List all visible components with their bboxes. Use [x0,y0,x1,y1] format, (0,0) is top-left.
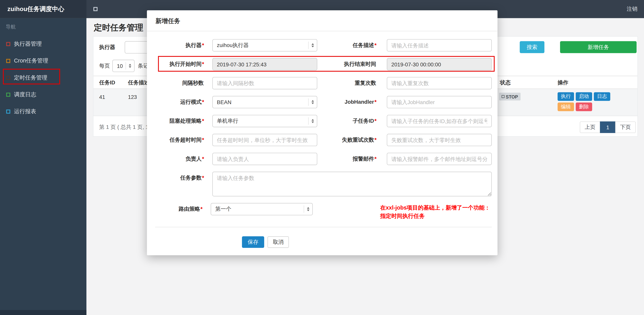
feature-note-line1: 在xxl-jobs项目的基础上，新增了一个功能： [380,204,492,212]
sidebar-item-label: 执行器管理 [14,40,42,47]
logout-link[interactable]: 注销 [627,0,638,18]
run-mode-select[interactable]: BEAN [212,96,317,108]
run-button[interactable]: 执行 [558,92,574,101]
timeout-input[interactable] [212,134,317,146]
owner-label: 负责人* [155,153,204,165]
start-time-input[interactable] [212,58,317,70]
interval-label: 间隔秒数 [155,77,204,89]
required-star: * [202,61,204,67]
sidebar-item-label: 调度日志 [14,91,36,98]
prev-page-button[interactable]: 上页 [580,122,600,133]
job-desc-input[interactable] [387,39,492,52]
select-value: BEAN [217,99,231,105]
sidebar-item-label: Cron任务管理 [14,57,48,65]
cell-task-id: 41 [99,94,105,100]
required-star: * [374,137,376,143]
end-time-input[interactable] [387,58,492,70]
route-strategy-select[interactable]: 第一个 [211,203,312,215]
edit-button[interactable]: 编辑 [558,103,574,111]
sidebar-item-dispatch-log[interactable]: 调度日志 [0,86,86,103]
executor-filter-label: 执行器 [99,41,115,53]
status-text: STOP [506,94,518,99]
executor-select[interactable]: zuihou执行器 [212,39,317,52]
select-value: 单机串行 [217,117,238,125]
required-star: * [202,137,204,143]
executor-label: 执行器* [155,39,204,52]
next-page-button[interactable]: 下页 [615,122,636,133]
col-header-task-desc[interactable]: 任务描述 [128,76,150,89]
child-job-id-label: 子任务ID* [317,115,376,127]
cell-task-desc: 123 [128,94,137,100]
save-button[interactable]: 保存 [242,236,264,248]
start-time-label: 执行开始时间* [155,58,204,70]
square-icon [6,42,10,46]
sidebar-toggle-icon[interactable] [94,7,98,11]
job-param-textarea[interactable] [212,172,492,196]
child-job-id-input[interactable] [387,115,492,127]
sidebar-item-executor-mgmt[interactable]: 执行器管理 [0,36,86,52]
add-task-button[interactable]: 新增任务 [560,41,637,53]
select-arrows-icon [308,99,314,106]
per-page-select[interactable]: 10 [112,60,134,72]
alarm-email-label: 报警邮件* [317,153,376,165]
page-1-button[interactable]: 1 [600,122,616,133]
select-value: 10 [117,63,123,69]
interval-input[interactable] [212,77,317,89]
route-strategy-label: 路由策略* [155,203,202,220]
start-button[interactable]: 启动 [576,92,592,101]
sidebar-item-cron-task-mgmt[interactable]: Cron任务管理 [0,52,86,69]
required-star: * [200,206,203,212]
status-badge: STOP [499,93,520,100]
required-star: * [374,99,376,105]
modal-title: 新增任务 [147,10,498,31]
modal-actions: 保存 取消 [242,236,498,248]
required-star: * [374,118,376,124]
col-header-task-id[interactable]: 任务ID [99,76,115,89]
required-star: * [202,99,204,105]
modal-footer-divider [155,227,492,227]
delete-button[interactable]: 删除 [576,103,592,111]
required-star: * [374,156,376,162]
feature-note: 在xxl-jobs项目的基础上，新增了一个功能： 指定时间执行任务 [380,203,492,220]
required-star: * [374,42,376,48]
run-mode-label: 运行模式* [155,96,204,108]
row-action-buttons: 执行 启动 日志 编辑 删除 [558,91,619,112]
job-handler-input[interactable] [387,96,492,108]
square-icon [6,76,10,80]
block-strategy-label: 阻塞处理策略* [155,115,204,127]
owner-input[interactable] [212,153,317,165]
select-arrows-icon [308,42,314,49]
pagination: 上页 1 下页 [580,122,636,133]
sidebar-footer [0,310,86,315]
sidebar: 导航 执行器管理 Cron任务管理 定时任务管理 调度日志 运行报表 [0,18,86,315]
sidebar-item-label: 定时任务管理 [14,74,47,81]
fail-retry-input[interactable] [387,134,492,146]
required-star: * [202,156,204,162]
timeout-label: 任务超时时间* [155,134,204,146]
square-icon [6,109,10,113]
col-header-status[interactable]: 状态 [500,76,510,89]
brand-logo[interactable]: zuihou任务调度中心 [0,0,86,18]
repeat-count-label: 重复次数 [317,77,376,89]
square-icon [6,59,10,63]
add-task-modal: 新增任务 执行器* zuihou执行器 任务描述* 执行开始时间* 执行结束时间… [147,10,498,255]
sidebar-item-scheduled-task-mgmt[interactable]: 定时任务管理 [0,69,86,86]
repeat-count-input[interactable] [387,77,492,89]
required-star: * [202,118,204,124]
fail-retry-label: 失败重试次数* [317,134,376,146]
log-button[interactable]: 日志 [594,92,610,101]
alarm-email-input[interactable] [387,153,492,165]
sidebar-item-label: 运行报表 [14,108,36,115]
job-handler-label: JobHandler* [317,96,376,108]
block-strategy-select[interactable]: 单机串行 [212,115,317,127]
required-star: * [202,175,204,181]
search-button[interactable]: 搜索 [520,41,544,53]
sidebar-item-run-report[interactable]: 运行报表 [0,103,86,120]
cancel-button[interactable]: 取消 [268,236,289,248]
square-icon [6,93,10,97]
select-arrows-icon [308,117,314,125]
nav-section-label: 导航 [0,18,86,36]
sidebar-menu: 执行器管理 Cron任务管理 定时任务管理 调度日志 运行报表 [0,36,86,120]
required-star: * [202,42,204,48]
select-value: zuihou执行器 [217,42,249,49]
